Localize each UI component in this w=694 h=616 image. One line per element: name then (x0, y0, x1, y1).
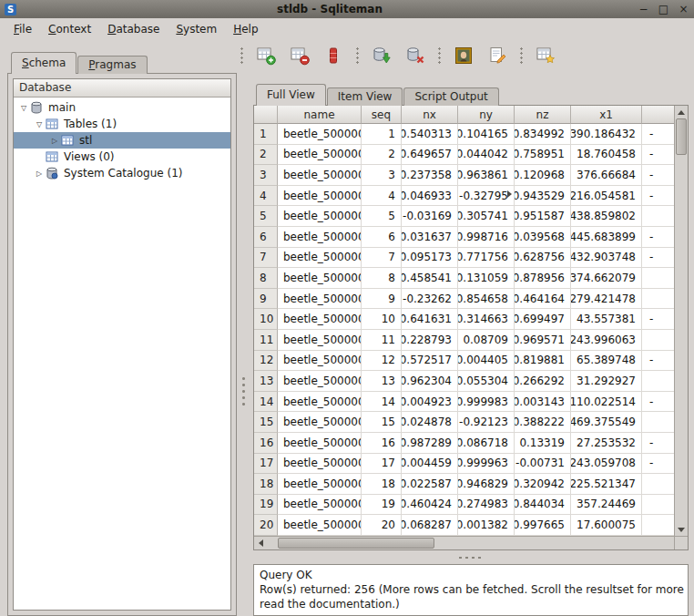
cell-clipped[interactable]: - (642, 351, 674, 372)
cell-name[interactable]: beetle_500000 (278, 433, 362, 454)
cell-nz[interactable]: 0.320942 (515, 474, 571, 495)
cell-seq[interactable]: 18 (362, 474, 402, 495)
cell-nz[interactable]: 0.969571 (515, 330, 571, 351)
cell-name[interactable]: beetle_500000 (278, 330, 362, 351)
cell-seq[interactable]: 5 (362, 206, 402, 227)
cell-nz[interactable]: 0.844034 (515, 495, 571, 516)
cell-ny[interactable]: 0.854658 (458, 289, 515, 310)
menu-file[interactable]: File (5, 20, 40, 38)
menu-system[interactable]: System (168, 20, 225, 38)
blob-preview-icon[interactable] (452, 44, 475, 67)
cell-nx[interactable]: 0.237358 (402, 165, 458, 186)
scroll-up-button[interactable] (675, 106, 688, 118)
row-header[interactable]: 10 (254, 309, 278, 330)
cell-name[interactable]: beetle_500000 (278, 351, 362, 372)
tree-item-stl[interactable]: ▷stl (14, 132, 230, 149)
vertical-splitter-handle[interactable] (240, 375, 247, 406)
row-header[interactable]: 7 (254, 248, 278, 269)
cell-clipped[interactable] (642, 206, 674, 227)
edit-script-icon[interactable] (485, 44, 509, 67)
cell-nx[interactable]: -0.460424 (402, 495, 458, 516)
cell-nx[interactable]: -0.540313 (402, 124, 458, 145)
tree-item-views-0-[interactable]: Views (0) (14, 149, 230, 165)
cell-ny[interactable]: 0.999963 (458, 454, 515, 475)
tab-pragmas[interactable]: Pragmas (77, 56, 147, 74)
cell-ny[interactable]: -0.104165 (458, 124, 515, 145)
cell-clipped[interactable]: - (642, 433, 674, 454)
cell-seq[interactable]: 13 (362, 371, 402, 392)
cell-nz[interactable]: 0.13319 (515, 433, 571, 454)
cell-x1[interactable]: 390.186432 (571, 124, 642, 145)
cell-seq[interactable]: 7 (362, 248, 402, 269)
close-button[interactable]: × (678, 1, 689, 17)
detach-database-icon[interactable] (403, 44, 427, 67)
cell-name[interactable]: beetle_500000 (278, 165, 362, 186)
cell-x1[interactable]: 432.903748 (571, 248, 642, 269)
cell-clipped[interactable]: - (642, 145, 674, 166)
cell-nz[interactable]: -0.997665 (515, 515, 571, 536)
cell-name[interactable]: beetle_500000 (278, 454, 362, 475)
cell-clipped[interactable] (642, 495, 674, 516)
cell-nx[interactable]: -0.095173 (402, 248, 458, 269)
cell-clipped[interactable]: - (642, 124, 674, 145)
cell-nx[interactable]: 0.022587 (402, 474, 458, 495)
tab-item-view[interactable]: Item View (327, 87, 403, 106)
cell-clipped[interactable] (642, 515, 674, 536)
row-header[interactable]: 6 (254, 227, 278, 248)
cell-ny[interactable]: -0.771756 (458, 248, 515, 269)
cell-nz[interactable]: 0.003143 (515, 392, 571, 413)
cell-nz[interactable]: 0.699497 (515, 309, 571, 330)
add-record-icon[interactable] (254, 44, 278, 67)
cell-seq[interactable]: 14 (362, 392, 402, 413)
cell-seq[interactable]: 8 (362, 268, 402, 289)
horizontal-splitter-handle[interactable] (253, 550, 689, 564)
cell-clipped[interactable] (642, 474, 674, 495)
table-corner[interactable] (254, 106, 278, 124)
cell-seq[interactable]: 15 (362, 412, 402, 433)
attach-database-icon[interactable] (370, 44, 393, 67)
cell-nz[interactable]: -0.039568 (515, 227, 571, 248)
tree-item-main[interactable]: ▽main (14, 99, 230, 116)
cell-nz[interactable]: -0.00731 (515, 454, 571, 475)
row-header[interactable]: 18 (254, 474, 278, 495)
commit-icon[interactable] (321, 44, 345, 67)
cell-name[interactable]: beetle_500000 (278, 268, 362, 289)
cell-clipped[interactable]: - (642, 454, 674, 475)
cell-seq[interactable]: 3 (362, 165, 402, 186)
cell-x1[interactable]: 357.24469 (571, 495, 642, 516)
cell-ny[interactable]: -0.055304 (458, 371, 515, 392)
cell-x1[interactable]: 216.054581 (571, 186, 642, 207)
cell-clipped[interactable] (642, 268, 674, 289)
vertical-scroll-thumb[interactable] (676, 118, 687, 155)
toolbar-handle[interactable] (437, 46, 442, 65)
menu-context[interactable]: Context (40, 20, 99, 38)
cell-name[interactable]: beetle_500000 (278, 392, 362, 413)
cell-ny[interactable]: -0.305741 (458, 206, 515, 227)
cell-ny[interactable]: -0.999983 (458, 392, 515, 413)
tab-script-output[interactable]: Script Output (403, 87, 498, 106)
cell-nx[interactable]: -0.962304 (402, 371, 458, 392)
tree-item-tables-1-[interactable]: ▽Tables (1) (14, 116, 230, 132)
cell-name[interactable]: beetle_500000 (278, 412, 362, 433)
cell-clipped[interactable]: - (642, 186, 674, 207)
column-header-nx[interactable]: nx (402, 106, 458, 124)
cell-clipped[interactable]: - (642, 248, 674, 269)
cell-seq[interactable]: 6 (362, 227, 402, 248)
row-header[interactable]: 19 (254, 495, 278, 516)
cell-seq[interactable]: 12 (362, 351, 402, 372)
maximize-button[interactable]: □ (658, 1, 669, 17)
minimize-button[interactable]: − (638, 1, 649, 17)
row-header[interactable]: 17 (254, 454, 278, 475)
cell-nz[interactable]: 0.951587 (515, 206, 571, 227)
cell-x1[interactable]: 438.859802 (571, 206, 642, 227)
cell-name[interactable]: beetle_500000 (278, 495, 362, 516)
column-header-ny[interactable]: ny (458, 106, 515, 124)
cell-name[interactable]: beetle_500000 (278, 124, 362, 145)
cell-x1[interactable]: 27.253532 (571, 433, 642, 454)
cell-nx[interactable]: -0.03169 (402, 206, 458, 227)
tab-full-view[interactable]: Full View (256, 84, 326, 106)
cell-nx[interactable]: -0.031637 (402, 227, 458, 248)
cell-ny[interactable]: 0.001382 (458, 515, 515, 536)
cell-ny[interactable]: -0.314663 (458, 309, 515, 330)
cell-seq[interactable]: 16 (362, 433, 402, 454)
